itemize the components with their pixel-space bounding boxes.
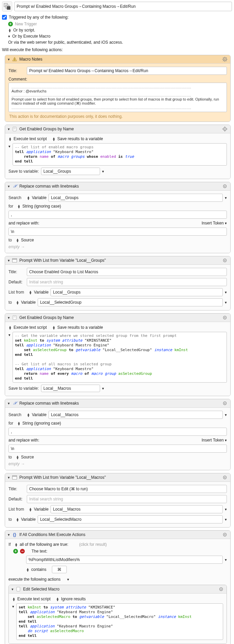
chevron-down-icon[interactable] bbox=[225, 300, 227, 305]
var-mode-select[interactable]: Variable bbox=[32, 195, 46, 200]
var-mode-select[interactable]: Variable bbox=[32, 412, 46, 417]
prompt-title-field[interactable]: Choose Enabled Group to List Macros bbox=[27, 268, 227, 276]
prompt-title-field[interactable]: Choose Macro to Edit (⌘ to run) bbox=[27, 485, 227, 493]
click-for-result[interactable]: (click for result) bbox=[79, 542, 106, 547]
listfrom-mode-select[interactable]: Variable bbox=[34, 507, 48, 512]
replace-value-field[interactable]: \n bbox=[8, 445, 227, 453]
sort-icon[interactable] bbox=[12, 597, 15, 601]
save-mode-select[interactable]: Ignore results bbox=[61, 597, 86, 601]
to-var-field[interactable]: Local__SelectedGroup bbox=[38, 298, 223, 306]
sort-icon[interactable] bbox=[17, 204, 20, 209]
gear-icon[interactable] bbox=[222, 401, 228, 406]
exec-type-select[interactable]: Execute text script bbox=[17, 597, 51, 601]
for-value-field[interactable]: , bbox=[8, 428, 227, 436]
notes-title-field[interactable]: Prompt w/ Enabled Macro Groups→Containin… bbox=[27, 67, 227, 75]
to-var-field[interactable]: Local__SelectedMacro bbox=[38, 515, 223, 523]
to-mode-select[interactable]: Source bbox=[21, 455, 34, 459]
chevron-down-icon[interactable] bbox=[8, 333, 11, 337]
listfrom-var-field[interactable]: Local__Groups bbox=[51, 288, 223, 296]
chevron-down-icon[interactable] bbox=[67, 577, 69, 582]
sort-icon[interactable] bbox=[8, 137, 12, 141]
exec-type-select[interactable]: Execute text script bbox=[14, 325, 47, 330]
sort-icon[interactable] bbox=[52, 137, 55, 141]
to-mode-select[interactable]: Source bbox=[21, 238, 34, 242]
sort-icon[interactable] bbox=[29, 507, 32, 512]
gear-icon[interactable] bbox=[222, 258, 228, 263]
sort-icon[interactable] bbox=[8, 28, 11, 33]
sort-icon[interactable] bbox=[15, 542, 18, 547]
macro-title-field[interactable]: Prompt w/ Enabled Macro Groups→Containin… bbox=[14, 2, 232, 11]
save-variable-select[interactable]: Local__Macros bbox=[41, 385, 100, 392]
add-trigger-icon[interactable]: + bbox=[8, 22, 13, 26]
sort-icon[interactable] bbox=[16, 300, 19, 305]
for-mode-select[interactable]: String (ignoring case) bbox=[22, 204, 61, 209]
gear-icon[interactable] bbox=[222, 532, 228, 537]
chevron-down-icon[interactable] bbox=[225, 413, 227, 417]
script-editor[interactable]: -- Get list of enabled macro groups tell… bbox=[13, 143, 227, 166]
gear-icon[interactable] bbox=[222, 475, 228, 480]
for-mode-select[interactable]: String (ignoring case) bbox=[22, 421, 61, 426]
sort-icon[interactable] bbox=[27, 196, 30, 200]
to-mode-select[interactable]: Variable bbox=[21, 300, 36, 305]
prompt-default-field[interactable]: Initial search string bbox=[27, 495, 227, 503]
new-trigger-link[interactable]: New Trigger bbox=[15, 22, 37, 26]
listfrom-mode-select[interactable]: Variable bbox=[34, 290, 48, 295]
search-var-field[interactable]: Local__Groups bbox=[48, 194, 223, 202]
chevron-down-icon[interactable] bbox=[8, 34, 10, 39]
gear-icon[interactable] bbox=[222, 57, 228, 62]
chevron-down-icon[interactable] bbox=[225, 290, 227, 295]
disclosure-icon[interactable] bbox=[8, 533, 10, 537]
disclosure-icon[interactable] bbox=[8, 401, 10, 406]
sort-icon[interactable] bbox=[8, 325, 12, 330]
disclosure-icon[interactable] bbox=[8, 258, 10, 263]
chevron-down-icon[interactable] bbox=[225, 517, 227, 522]
gear-icon[interactable] bbox=[222, 126, 228, 132]
disclosure-icon[interactable] bbox=[8, 127, 10, 131]
comment-box[interactable]: ........................................… bbox=[8, 83, 227, 112]
if-mode-select[interactable]: all of the following are true: bbox=[20, 542, 68, 547]
add-condition-icon[interactable]: + bbox=[13, 549, 18, 554]
disclosure-icon[interactable] bbox=[8, 57, 10, 62]
script-editor[interactable]: -- Get the variable where we stored sele… bbox=[13, 332, 227, 383]
search-var-field[interactable]: Local__Macros bbox=[48, 411, 223, 419]
save-mode-select[interactable]: Save results to a variable bbox=[57, 136, 103, 141]
enabled-checkbox[interactable] bbox=[2, 15, 7, 20]
cond-value-field[interactable]: ⌘ bbox=[52, 566, 67, 573]
chevron-down-icon[interactable] bbox=[225, 507, 227, 512]
sort-icon[interactable] bbox=[16, 238, 19, 242]
insert-token-button[interactable]: Insert Token bbox=[202, 438, 227, 443]
disclosure-icon[interactable] bbox=[8, 184, 10, 189]
script-editor[interactable]: set kmInst to system attribute "KMINSTAN… bbox=[16, 603, 223, 640]
sort-icon[interactable] bbox=[26, 567, 29, 572]
cond-text-field[interactable]: %PromptWithListModifiers% bbox=[26, 556, 223, 564]
insert-token-button[interactable]: Insert Token bbox=[202, 221, 227, 226]
remove-condition-icon[interactable]: − bbox=[20, 549, 25, 554]
prompt-default-field[interactable]: Initial search string bbox=[27, 278, 227, 286]
save-variable-select[interactable]: Local__Groups bbox=[41, 168, 100, 175]
sort-icon[interactable] bbox=[16, 455, 19, 459]
exec-type-select[interactable]: Execute text script bbox=[14, 136, 47, 141]
chevron-down-icon[interactable] bbox=[225, 558, 227, 562]
gear-icon[interactable] bbox=[218, 586, 224, 592]
chevron-down-icon[interactable] bbox=[102, 169, 104, 174]
to-mode-select[interactable]: Variable bbox=[21, 517, 36, 522]
chevron-down-icon[interactable] bbox=[8, 144, 11, 149]
replace-value-field[interactable]: \n bbox=[8, 228, 227, 236]
chevron-down-icon[interactable] bbox=[225, 196, 227, 200]
sort-icon[interactable] bbox=[27, 413, 30, 417]
sort-icon[interactable] bbox=[56, 597, 59, 601]
chevron-down-icon[interactable] bbox=[12, 604, 14, 609]
cond-op-select[interactable]: contains bbox=[31, 567, 46, 572]
disclosure-icon[interactable] bbox=[8, 316, 10, 320]
gear-icon[interactable] bbox=[222, 184, 228, 189]
disclosure-icon[interactable] bbox=[8, 475, 10, 480]
sort-icon[interactable] bbox=[29, 290, 32, 295]
for-value-field[interactable]: , bbox=[8, 211, 227, 219]
gear-icon[interactable] bbox=[222, 315, 228, 320]
save-mode-select[interactable]: Save results to a variable bbox=[57, 325, 103, 330]
disclosure-icon[interactable] bbox=[12, 587, 14, 592]
listfrom-var-field[interactable]: Local__Macros bbox=[51, 505, 223, 513]
chevron-down-icon[interactable] bbox=[102, 386, 104, 391]
sort-icon[interactable] bbox=[52, 325, 55, 330]
sort-icon[interactable] bbox=[16, 517, 19, 522]
